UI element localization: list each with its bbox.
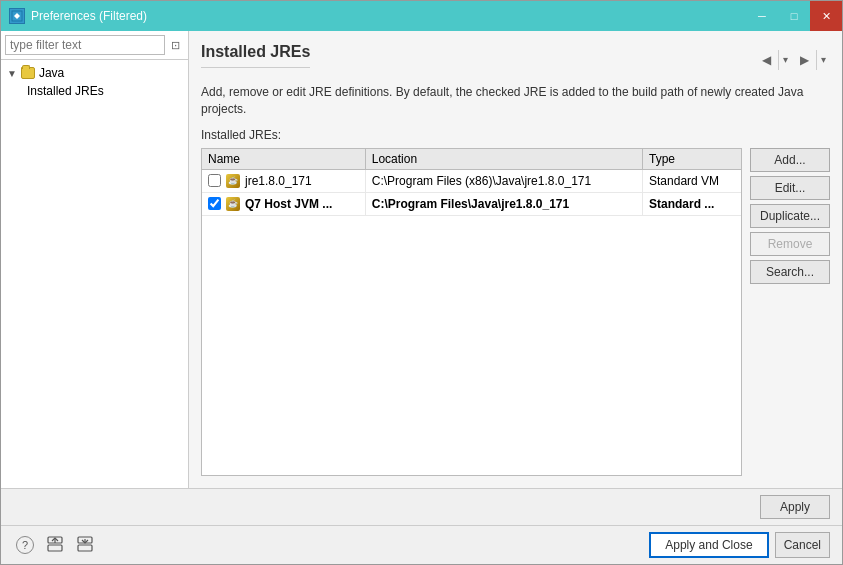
remove-button[interactable]: Remove — [750, 232, 830, 256]
sidebar-item-java[interactable]: ▼ Java — [1, 64, 188, 82]
table-row: ☕ Q7 Host JVM ... C:\Program Files\Java\… — [202, 192, 741, 215]
bottom-bar: ? — [1, 525, 842, 564]
filter-clear-button[interactable]: ⊡ — [167, 36, 184, 54]
restore-button[interactable]: □ — [778, 1, 810, 31]
titlebar: Preferences (Filtered) ─ □ ✕ — [1, 1, 842, 31]
jre-table: Name Location Type — [202, 149, 741, 216]
nav-back-button[interactable]: ◀ — [756, 50, 776, 70]
help-button[interactable]: ? — [13, 533, 37, 557]
svg-rect-1 — [48, 545, 62, 551]
row2-location-cell: C:\Program Files\Java\jre1.8.0_171 — [365, 192, 642, 215]
row2-checkbox[interactable] — [208, 197, 221, 210]
export-button[interactable] — [43, 533, 67, 557]
nav-back-dropdown[interactable]: ▾ — [778, 50, 792, 70]
section-label: Installed JREs: — [201, 128, 830, 142]
apply-close-button[interactable]: Apply and Close — [649, 532, 768, 558]
description-text: Add, remove or edit JRE definitions. By … — [201, 84, 830, 118]
col-header-type: Type — [643, 149, 741, 170]
duplicate-button[interactable]: Duplicate... — [750, 204, 830, 228]
installed-jres-label: Installed JREs — [27, 84, 104, 98]
preferences-window: Preferences (Filtered) ─ □ ✕ ⊡ ▼ Java In… — [0, 0, 843, 565]
apply-button[interactable]: Apply — [760, 495, 830, 519]
row1-location-cell: C:\Program Files (x86)\Java\jre1.8.0_171 — [365, 169, 642, 192]
add-button[interactable]: Add... — [750, 148, 830, 172]
row1-type: Standard VM — [649, 174, 719, 188]
row1-name-cell: ☕ jre1.8.0_171 — [202, 169, 365, 192]
row2-type-cell: Standard ... — [643, 192, 741, 215]
row1-name: jre1.8.0_171 — [245, 174, 312, 188]
main-panel: Installed JREs ◀ ▾ ▶ ▾ Add, remove or ed… — [189, 31, 842, 488]
tree: ▼ Java Installed JREs — [1, 60, 188, 488]
row1-location: C:\Program Files (x86)\Java\jre1.8.0_171 — [372, 174, 591, 188]
nav-fwd-dropdown[interactable]: ▾ — [816, 50, 830, 70]
sidebar: ⊡ ▼ Java Installed JREs — [1, 31, 189, 488]
java-label: Java — [39, 66, 64, 80]
row1-checkbox[interactable] — [208, 174, 221, 187]
jre-table-container: Name Location Type — [201, 148, 742, 476]
bottom-right: Apply and Close Cancel — [649, 532, 830, 558]
panel-title: Installed JREs — [201, 43, 310, 68]
content-area: ⊡ ▼ Java Installed JREs Installed JREs ◀… — [1, 31, 842, 488]
table-area: Name Location Type — [201, 148, 830, 476]
row2-type: Standard ... — [649, 197, 714, 211]
titlebar-left: Preferences (Filtered) — [9, 8, 147, 24]
table-header-row: Name Location Type — [202, 149, 741, 170]
svg-rect-4 — [78, 545, 92, 551]
import-icon — [76, 535, 94, 556]
action-buttons: Add... Edit... Duplicate... Remove Searc… — [750, 148, 830, 476]
tree-expand-icon: ▼ — [7, 68, 17, 79]
sidebar-item-installed-jres[interactable]: Installed JREs — [1, 82, 188, 100]
footer-bar: Apply — [1, 488, 842, 525]
jre-icon-1: ☕ — [225, 173, 241, 189]
row2-name: Q7 Host JVM ... — [245, 197, 332, 211]
filter-input[interactable] — [5, 35, 165, 55]
close-button[interactable]: ✕ — [810, 1, 842, 31]
edit-button[interactable]: Edit... — [750, 176, 830, 200]
export-icon — [46, 535, 64, 556]
import-button[interactable] — [73, 533, 97, 557]
app-icon — [9, 8, 25, 24]
col-header-name: Name — [202, 149, 365, 170]
search-button[interactable]: Search... — [750, 260, 830, 284]
help-icon: ? — [16, 536, 34, 554]
row1-type-cell: Standard VM — [643, 169, 741, 192]
titlebar-controls: ─ □ ✕ — [746, 1, 842, 31]
window-title: Preferences (Filtered) — [31, 9, 147, 23]
cancel-button[interactable]: Cancel — [775, 532, 830, 558]
java-folder-icon — [21, 67, 35, 79]
minimize-button[interactable]: ─ — [746, 1, 778, 31]
row2-name-cell: ☕ Q7 Host JVM ... — [202, 192, 365, 215]
filter-row: ⊡ — [1, 31, 188, 60]
nav-arrows: ◀ ▾ ▶ ▾ — [756, 50, 830, 70]
bottom-left: ? — [13, 533, 97, 557]
jre-icon-2: ☕ — [225, 196, 241, 212]
row2-location: C:\Program Files\Java\jre1.8.0_171 — [372, 197, 569, 211]
nav-fwd-button[interactable]: ▶ — [794, 50, 814, 70]
col-header-location: Location — [365, 149, 642, 170]
table-row: ☕ jre1.8.0_171 C:\Program Files (x86)\Ja… — [202, 169, 741, 192]
